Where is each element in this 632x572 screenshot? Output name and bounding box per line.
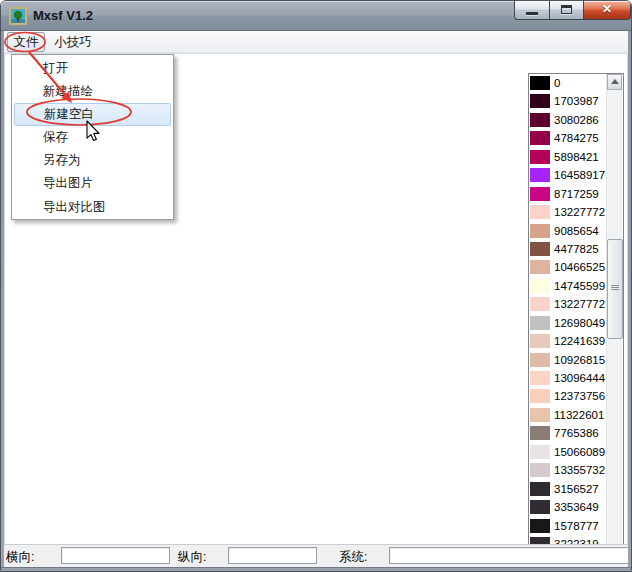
- menu-item-5[interactable]: 导出图片: [12, 172, 173, 195]
- window-frame-right: [628, 31, 631, 571]
- legend-value: 5898421: [554, 150, 599, 165]
- status-label-horizontal: 横向:: [6, 549, 34, 566]
- legend-value: 11322601: [554, 408, 604, 423]
- legend-scrollbar[interactable]: [606, 74, 622, 546]
- legend-value: 3080286: [554, 113, 599, 128]
- file-menu: 打开新建描绘新建空白保存另存为导出图片导出对比图: [11, 54, 174, 220]
- color-swatch: [530, 297, 550, 311]
- legend-value: 13227772: [554, 297, 605, 312]
- legend-value: 4477825: [554, 242, 599, 257]
- color-swatch: [530, 334, 550, 348]
- status-label-vertical: 纵向:: [178, 549, 206, 566]
- color-swatch: [530, 150, 550, 164]
- color-swatch: [530, 426, 550, 440]
- maximize-button[interactable]: [549, 1, 584, 20]
- statusbar: 横向: 纵向: 系统:: [4, 545, 628, 567]
- scrollbar-up-button[interactable]: [607, 74, 622, 90]
- color-swatch: [530, 205, 550, 219]
- menu-item-6[interactable]: 导出对比图: [12, 196, 173, 219]
- legend-value: 14745599: [554, 279, 605, 294]
- color-swatch: [530, 113, 550, 127]
- window-frame-bottom: [1, 567, 631, 571]
- legend-value: 8717259: [554, 187, 599, 202]
- color-swatch: [530, 371, 550, 385]
- legend-value: 13227772: [554, 205, 605, 220]
- minimize-button[interactable]: [514, 1, 549, 20]
- color-swatch: [530, 408, 550, 422]
- color-swatch: [530, 242, 550, 256]
- status-input-vertical[interactable]: [228, 547, 317, 564]
- legend-value: 13096444: [554, 371, 605, 386]
- legend-value: 15066089: [554, 445, 605, 460]
- menu-item-0[interactable]: 打开: [12, 57, 173, 80]
- status-input-horizontal[interactable]: [61, 547, 170, 564]
- status-label-system: 系统:: [339, 549, 367, 566]
- window-controls: ✕: [514, 1, 631, 20]
- legend-value: 10466525: [554, 260, 605, 275]
- menu-item-3[interactable]: 保存: [12, 126, 173, 149]
- legend-value: 13355732: [554, 463, 605, 478]
- maximize-icon: [561, 5, 572, 14]
- legend-value: 4784275: [554, 131, 599, 146]
- legend-value: 12698049: [554, 316, 605, 331]
- minimize-icon: [526, 12, 538, 15]
- color-swatch: [530, 519, 550, 533]
- legend-value: 3353649: [554, 500, 599, 515]
- legend-value: 0: [554, 76, 560, 91]
- color-swatch: [530, 463, 550, 477]
- color-swatch: [530, 389, 550, 403]
- app-window: Mxsf V1.2 ✕ 文件 小技巧 017039873080286478427…: [0, 0, 632, 572]
- color-swatch: [530, 76, 550, 90]
- color-swatch: [530, 500, 550, 514]
- menu-item-1[interactable]: 新建描绘: [12, 80, 173, 103]
- legend-value: 12373756: [554, 389, 605, 404]
- color-swatch: [530, 187, 550, 201]
- menubar-item-tips[interactable]: 小技巧: [51, 32, 95, 52]
- legend-value: 1578777: [554, 519, 599, 534]
- menu-item-4[interactable]: 另存为: [12, 149, 173, 172]
- scroll-up-icon: [611, 79, 619, 84]
- color-legend-panel: 0170398730802864784275589842116458917871…: [528, 73, 624, 547]
- close-icon: ✕: [584, 1, 630, 18]
- menubar: 文件 小技巧: [4, 31, 628, 53]
- legend-value: 16458917: [554, 168, 605, 183]
- legend-value: 10926815: [554, 353, 605, 368]
- color-swatch: [530, 168, 550, 182]
- app-icon: [9, 7, 27, 25]
- color-swatch: [530, 316, 550, 330]
- close-button[interactable]: ✕: [584, 1, 631, 20]
- legend-value: 7765386: [554, 426, 599, 441]
- color-swatch: [530, 353, 550, 367]
- color-swatch: [530, 224, 550, 238]
- legend-value: 3156527: [554, 482, 599, 497]
- color-swatch: [530, 260, 550, 274]
- scrollbar-grip-icon: [611, 285, 619, 290]
- scrollbar-thumb[interactable]: [607, 239, 623, 339]
- color-swatch: [530, 279, 550, 293]
- window-title: Mxsf V1.2: [33, 8, 93, 23]
- legend-value: 12241639: [554, 334, 605, 349]
- color-swatch: [530, 94, 550, 108]
- color-swatch: [530, 445, 550, 459]
- menubar-item-file[interactable]: 文件: [7, 32, 45, 52]
- color-swatch: [530, 131, 550, 145]
- legend-value: 1703987: [554, 94, 599, 109]
- color-swatch: [530, 482, 550, 496]
- legend-value: 9085654: [554, 224, 599, 239]
- status-input-system[interactable]: [389, 547, 629, 564]
- menu-item-2[interactable]: 新建空白: [14, 103, 171, 126]
- titlebar[interactable]: Mxsf V1.2 ✕: [1, 1, 631, 31]
